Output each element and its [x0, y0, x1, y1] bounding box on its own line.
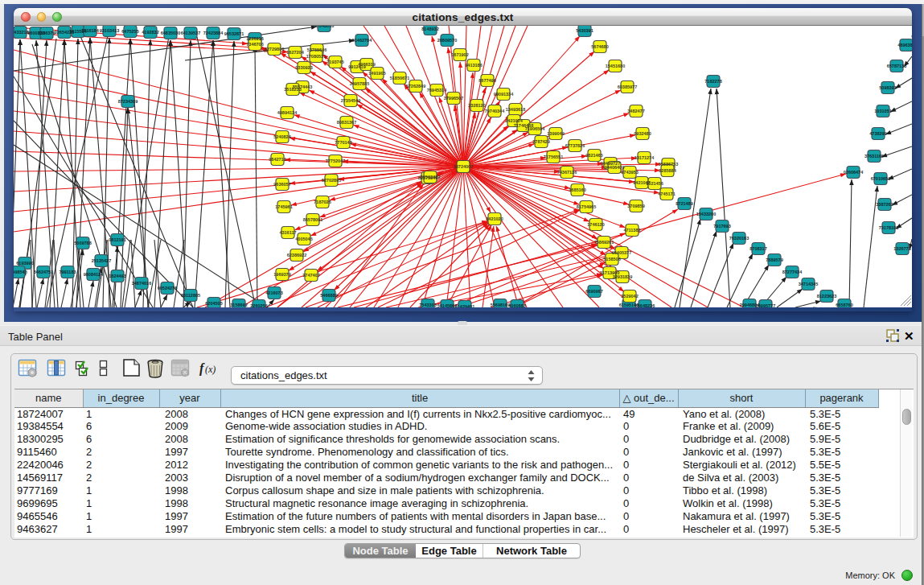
svg-text:1671902: 1671902 — [451, 52, 468, 57]
svg-text:2328120: 2328120 — [468, 103, 485, 108]
svg-text:0330923: 0330923 — [295, 65, 312, 70]
svg-text:72423884: 72423884 — [203, 31, 224, 35]
svg-text:4060883: 4060883 — [508, 303, 525, 307]
svg-text:9521456: 9521456 — [646, 181, 663, 186]
svg-text:5098393: 5098393 — [879, 85, 896, 90]
svg-text:13433200: 13433200 — [696, 212, 716, 216]
svg-text:39502402: 39502402 — [421, 175, 440, 179]
svg-text:25135427: 25135427 — [92, 258, 111, 263]
svg-text:71906594: 71906594 — [525, 126, 545, 131]
svg-text:57262849: 57262849 — [406, 84, 425, 89]
svg-text:3709859: 3709859 — [627, 204, 644, 208]
svg-text:1746120: 1746120 — [587, 222, 604, 227]
svg-text:3387262: 3387262 — [876, 202, 893, 207]
svg-text:00524278: 00524278 — [158, 286, 177, 290]
svg-text:1745961: 1745961 — [275, 204, 292, 209]
svg-text:17080531: 17080531 — [306, 54, 326, 59]
svg-text:64835030: 64835030 — [161, 31, 180, 35]
svg-text:6998543: 6998543 — [14, 270, 27, 274]
svg-text:7770143: 7770143 — [335, 140, 351, 145]
svg-text:4216073: 4216073 — [265, 290, 282, 295]
svg-text:8421020: 8421020 — [486, 216, 503, 221]
svg-text:36995777: 36995777 — [756, 303, 775, 307]
svg-text:7889579: 7889579 — [766, 257, 782, 262]
svg-text:4192832: 4192832 — [142, 30, 158, 35]
svg-text:5430391: 5430391 — [576, 28, 593, 33]
svg-text:15451680: 15451680 — [606, 64, 625, 68]
svg-text:37996507: 37996507 — [444, 96, 463, 101]
svg-text:81754965: 81754965 — [577, 204, 596, 209]
svg-text:6658760: 6658760 — [836, 303, 852, 307]
svg-text:62702895: 62702895 — [322, 178, 341, 183]
svg-text:01429401: 01429401 — [455, 304, 474, 307]
svg-text:87277434: 87277434 — [782, 270, 803, 274]
svg-text:13493618: 13493618 — [506, 107, 525, 112]
svg-text:37631165: 37631165 — [864, 154, 884, 159]
svg-text:28809570: 28809570 — [437, 38, 457, 43]
svg-text:34957885: 34957885 — [350, 81, 369, 86]
svg-text:9821465: 9821465 — [585, 153, 602, 158]
svg-text:64139537: 64139537 — [181, 31, 200, 35]
svg-text:3529042: 3529042 — [621, 294, 638, 299]
svg-text:0812191: 0812191 — [109, 237, 125, 242]
svg-text:80112805: 80112805 — [181, 293, 200, 298]
svg-text:4896383: 4896383 — [897, 43, 912, 47]
svg-text:7816184: 7816184 — [81, 28, 99, 33]
svg-text:4745171: 4745171 — [658, 192, 675, 196]
svg-text:3158692: 3158692 — [230, 303, 247, 307]
svg-text:5674680: 5674680 — [591, 44, 608, 49]
svg-text:4711382: 4711382 — [623, 228, 640, 233]
svg-text:77752047: 77752047 — [326, 159, 345, 163]
svg-text:4316117: 4316117 — [279, 230, 296, 235]
svg-text:5240824: 5240824 — [273, 134, 291, 139]
svg-text:3518233: 3518233 — [284, 87, 301, 92]
svg-text:34714345: 34714345 — [799, 282, 818, 286]
svg-text:1824493: 1824493 — [109, 274, 125, 278]
svg-text:34624751: 34624751 — [34, 270, 53, 274]
svg-text:7991183: 7991183 — [59, 270, 76, 274]
svg-text:55886753: 55886753 — [659, 162, 678, 167]
svg-text:6193990: 6193990 — [16, 261, 33, 266]
svg-text:93103413: 93103413 — [100, 28, 119, 33]
svg-text:34874016: 34874016 — [132, 281, 151, 286]
svg-text:86578091: 86578091 — [303, 217, 322, 222]
svg-text:1326773: 1326773 — [893, 246, 910, 251]
svg-text:9743953: 9743953 — [621, 170, 638, 175]
svg-text:2260256: 2260256 — [250, 303, 267, 307]
svg-text:4966319: 4966319 — [358, 62, 375, 67]
svg-text:76320163: 76320163 — [729, 236, 749, 241]
svg-text:7187026: 7187026 — [314, 200, 331, 204]
svg-text:5009788: 5009788 — [74, 241, 91, 245]
svg-text:9636057: 9636057 — [273, 182, 290, 187]
svg-text:7917693: 7917693 — [713, 224, 730, 229]
svg-text:51850671: 51850671 — [390, 76, 409, 80]
svg-text:6690967: 6690967 — [585, 289, 602, 294]
svg-text:67010651: 67010651 — [871, 176, 890, 181]
svg-text:4005045: 4005045 — [295, 237, 312, 241]
svg-text:60385977: 60385977 — [618, 84, 637, 89]
svg-text:76945314: 76945314 — [427, 88, 447, 93]
svg-text:98084124: 98084124 — [84, 272, 104, 277]
svg-text:99091334: 99091334 — [494, 92, 514, 97]
svg-text:97848018: 97848018 — [314, 26, 334, 28]
svg-text:71756551: 71756551 — [544, 154, 563, 159]
svg-text:1399049: 1399049 — [547, 131, 564, 136]
svg-text:79740344: 79740344 — [485, 109, 505, 113]
svg-text:27354549: 27354549 — [341, 98, 360, 103]
svg-text:3747407: 3747407 — [302, 273, 319, 278]
svg-text:55698169: 55698169 — [491, 303, 510, 307]
svg-text:62386922: 62386922 — [287, 253, 306, 257]
svg-text:67737826: 67737826 — [565, 143, 585, 148]
svg-text:7346706: 7346706 — [246, 42, 263, 47]
svg-text:02606474: 02606474 — [844, 170, 864, 175]
svg-text:6204505: 6204505 — [205, 301, 222, 306]
svg-text:96532871: 96532871 — [224, 31, 244, 36]
svg-text:65648236: 65648236 — [635, 303, 655, 307]
svg-text:13171274: 13171274 — [634, 155, 655, 160]
svg-text:8677496: 8677496 — [478, 78, 495, 83]
svg-text:5466889: 5466889 — [320, 293, 337, 298]
svg-text:49894134: 49894134 — [277, 110, 298, 115]
svg-text:8148932: 8148932 — [421, 27, 438, 31]
svg-text:0433218: 0433218 — [14, 30, 29, 35]
svg-text:3285884: 3285884 — [659, 168, 676, 173]
